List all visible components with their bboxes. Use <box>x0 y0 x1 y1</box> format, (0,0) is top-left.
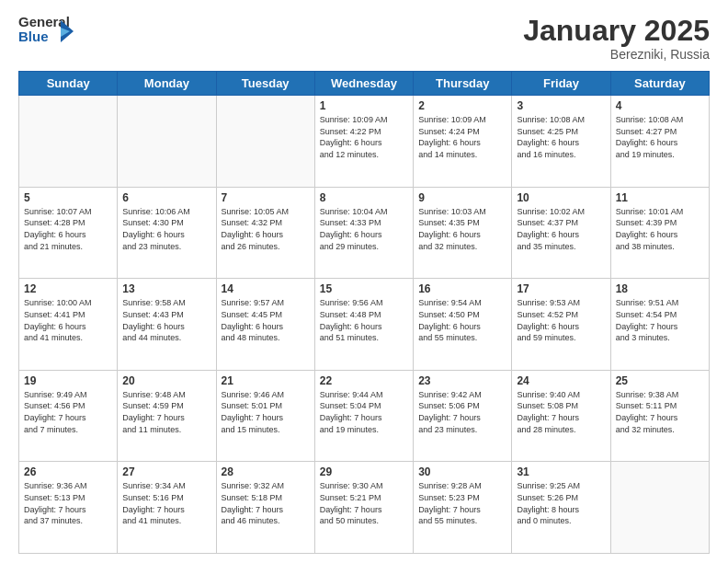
day-cell: 1Sunrise: 10:09 AMSunset: 4:22 PMDayligh… <box>314 96 413 188</box>
day-info: Sunrise: 10:04 AMSunset: 4:33 PMDaylight… <box>320 206 408 252</box>
day-info: Sunrise: 9:25 AMSunset: 5:26 PMDaylight:… <box>517 480 605 526</box>
day-cell: 2Sunrise: 10:09 AMSunset: 4:24 PMDayligh… <box>414 96 512 188</box>
logo-icon <box>61 17 75 50</box>
day-info: Sunrise: 9:49 AMSunset: 4:56 PMDaylight:… <box>24 389 112 435</box>
day-cell <box>19 96 118 188</box>
day-info: Sunrise: 10:03 AMSunset: 4:35 PMDaylight… <box>418 206 506 252</box>
day-number: 19 <box>24 374 112 387</box>
day-header-friday: Friday <box>512 72 610 96</box>
day-info: Sunrise: 9:40 AMSunset: 5:08 PMDaylight:… <box>517 389 605 435</box>
day-cell: 22Sunrise: 9:44 AMSunset: 5:04 PMDayligh… <box>314 370 413 462</box>
day-info: Sunrise: 9:30 AMSunset: 5:21 PMDaylight:… <box>320 480 408 526</box>
calendar-title: January 2025 <box>523 15 710 47</box>
day-number: 31 <box>517 465 605 478</box>
calendar-subtitle: Berezniki, Russia <box>523 47 710 62</box>
day-info: Sunrise: 9:42 AMSunset: 5:06 PMDaylight:… <box>418 389 506 435</box>
day-number: 2 <box>418 99 506 112</box>
day-number: 22 <box>320 374 408 387</box>
day-number: 16 <box>418 282 506 295</box>
day-cell: 25Sunrise: 9:38 AMSunset: 5:11 PMDayligh… <box>610 370 709 462</box>
logo-blue: Blue <box>18 29 49 45</box>
day-cell: 5Sunrise: 10:07 AMSunset: 4:28 PMDayligh… <box>19 187 118 279</box>
day-number: 11 <box>616 191 704 204</box>
day-cell: 26Sunrise: 9:36 AMSunset: 5:13 PMDayligh… <box>19 462 118 554</box>
day-info: Sunrise: 10:02 AMSunset: 4:37 PMDaylight… <box>517 206 605 252</box>
day-number: 8 <box>320 191 408 204</box>
day-number: 3 <box>517 99 605 112</box>
day-number: 25 <box>616 374 704 387</box>
day-cell: 12Sunrise: 10:00 AMSunset: 4:41 PMDaylig… <box>19 279 118 371</box>
day-cell: 27Sunrise: 9:34 AMSunset: 5:16 PMDayligh… <box>118 462 216 554</box>
day-number: 4 <box>616 99 704 112</box>
day-cell: 13Sunrise: 9:58 AMSunset: 4:43 PMDayligh… <box>118 279 216 371</box>
day-info: Sunrise: 9:44 AMSunset: 5:04 PMDaylight:… <box>320 389 408 435</box>
day-info: Sunrise: 9:48 AMSunset: 4:59 PMDaylight:… <box>122 389 210 435</box>
calendar-table: SundayMondayTuesdayWednesdayThursdayFrid… <box>18 71 710 554</box>
day-number: 28 <box>222 465 310 478</box>
day-number: 18 <box>616 282 704 295</box>
day-cell: 8Sunrise: 10:04 AMSunset: 4:33 PMDayligh… <box>314 187 413 279</box>
day-cell: 14Sunrise: 9:57 AMSunset: 4:45 PMDayligh… <box>216 279 314 371</box>
day-info: Sunrise: 9:34 AMSunset: 5:16 PMDaylight:… <box>122 480 210 526</box>
page: General Blue January 2025 Berezniki, Rus… <box>0 0 728 563</box>
header: General Blue January 2025 Berezniki, Rus… <box>18 15 710 62</box>
day-info: Sunrise: 10:09 AMSunset: 4:24 PMDaylight… <box>418 114 506 160</box>
day-header-saturday: Saturday <box>610 72 709 96</box>
day-cell: 6Sunrise: 10:06 AMSunset: 4:30 PMDayligh… <box>118 187 216 279</box>
day-number: 27 <box>122 465 210 478</box>
day-cell: 23Sunrise: 9:42 AMSunset: 5:06 PMDayligh… <box>414 370 512 462</box>
day-number: 26 <box>24 465 112 478</box>
day-info: Sunrise: 10:06 AMSunset: 4:30 PMDaylight… <box>122 206 210 252</box>
day-info: Sunrise: 9:53 AMSunset: 4:52 PMDaylight:… <box>517 297 605 343</box>
day-header-monday: Monday <box>118 72 216 96</box>
day-number: 14 <box>222 282 310 295</box>
day-info: Sunrise: 9:54 AMSunset: 4:50 PMDaylight:… <box>418 297 506 343</box>
day-cell: 10Sunrise: 10:02 AMSunset: 4:37 PMDaylig… <box>512 187 610 279</box>
day-info: Sunrise: 9:51 AMSunset: 4:54 PMDaylight:… <box>616 297 704 343</box>
day-cell: 4Sunrise: 10:08 AMSunset: 4:27 PMDayligh… <box>610 96 709 188</box>
day-number: 24 <box>517 374 605 387</box>
day-info: Sunrise: 9:36 AMSunset: 5:13 PMDaylight:… <box>24 480 112 526</box>
day-info: Sunrise: 9:58 AMSunset: 4:43 PMDaylight:… <box>122 297 210 343</box>
day-number: 7 <box>222 191 310 204</box>
day-cell: 19Sunrise: 9:49 AMSunset: 4:56 PMDayligh… <box>19 370 118 462</box>
day-cell: 28Sunrise: 9:32 AMSunset: 5:18 PMDayligh… <box>216 462 314 554</box>
day-number: 10 <box>517 191 605 204</box>
day-header-sunday: Sunday <box>19 72 118 96</box>
day-info: Sunrise: 10:08 AMSunset: 4:27 PMDaylight… <box>616 114 704 160</box>
day-number: 20 <box>122 374 210 387</box>
day-number: 23 <box>418 374 506 387</box>
day-info: Sunrise: 10:07 AMSunset: 4:28 PMDaylight… <box>24 206 112 252</box>
day-info: Sunrise: 10:09 AMSunset: 4:22 PMDaylight… <box>320 114 408 160</box>
day-number: 29 <box>320 465 408 478</box>
day-info: Sunrise: 9:46 AMSunset: 5:01 PMDaylight:… <box>222 389 310 435</box>
day-info: Sunrise: 10:01 AMSunset: 4:39 PMDaylight… <box>616 206 704 252</box>
day-cell: 15Sunrise: 9:56 AMSunset: 4:48 PMDayligh… <box>314 279 413 371</box>
day-number: 9 <box>418 191 506 204</box>
day-cell: 18Sunrise: 9:51 AMSunset: 4:54 PMDayligh… <box>610 279 709 371</box>
day-cell: 24Sunrise: 9:40 AMSunset: 5:08 PMDayligh… <box>512 370 610 462</box>
day-number: 13 <box>122 282 210 295</box>
day-number: 30 <box>418 465 506 478</box>
day-cell <box>118 96 216 188</box>
day-header-wednesday: Wednesday <box>314 72 413 96</box>
day-header-thursday: Thursday <box>414 72 512 96</box>
logo: General Blue <box>18 15 66 52</box>
day-info: Sunrise: 9:57 AMSunset: 4:45 PMDaylight:… <box>222 297 310 343</box>
day-number: 15 <box>320 282 408 295</box>
day-number: 1 <box>320 99 408 112</box>
day-number: 21 <box>222 374 310 387</box>
day-number: 12 <box>24 282 112 295</box>
day-cell: 17Sunrise: 9:53 AMSunset: 4:52 PMDayligh… <box>512 279 610 371</box>
day-cell: 7Sunrise: 10:05 AMSunset: 4:32 PMDayligh… <box>216 187 314 279</box>
day-info: Sunrise: 10:05 AMSunset: 4:32 PMDaylight… <box>222 206 310 252</box>
day-header-tuesday: Tuesday <box>216 72 314 96</box>
day-info: Sunrise: 9:56 AMSunset: 4:48 PMDaylight:… <box>320 297 408 343</box>
day-cell <box>216 96 314 188</box>
day-info: Sunrise: 9:38 AMSunset: 5:11 PMDaylight:… <box>616 389 704 435</box>
day-cell: 30Sunrise: 9:28 AMSunset: 5:23 PMDayligh… <box>414 462 512 554</box>
day-cell <box>610 462 709 554</box>
day-number: 17 <box>517 282 605 295</box>
day-number: 6 <box>122 191 210 204</box>
day-number: 5 <box>24 191 112 204</box>
